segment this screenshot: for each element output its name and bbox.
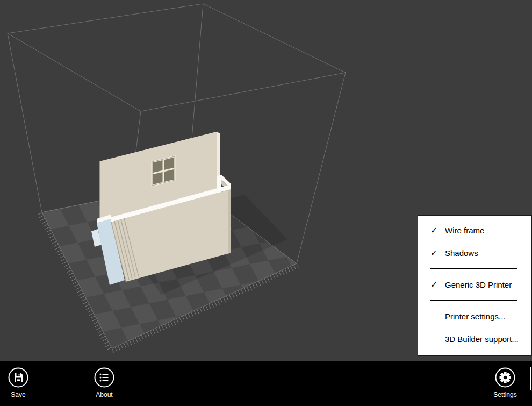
about-list-icon — [94, 367, 115, 388]
app-window: ✓ Wire frame ✓ Shadows ✓ Generic 3D Prin… — [0, 0, 532, 406]
menu-item-shadows[interactable]: ✓ Shadows — [418, 241, 531, 264]
menu-divider — [430, 268, 517, 269]
save-button-label: Save — [11, 391, 25, 398]
save-button[interactable]: Save — [1, 367, 35, 398]
menu-item-label: Generic 3D Printer — [445, 280, 512, 289]
menu-item-wire-frame[interactable]: ✓ Wire frame — [418, 219, 531, 241]
about-button[interactable]: About — [87, 367, 121, 398]
menu-item-label: 3D Builder support... — [445, 334, 519, 344]
model-window — [152, 156, 175, 186]
checkmark-icon: ✓ — [430, 225, 445, 236]
about-button-label: About — [96, 391, 112, 398]
appbar-divider — [530, 367, 531, 390]
menu-item-label: Shadows — [445, 248, 478, 258]
save-icon — [8, 367, 29, 388]
checkmark-icon: ✓ — [430, 248, 445, 258]
settings-button-label: Settings — [493, 391, 516, 398]
gear-icon — [494, 367, 516, 388]
settings-flyout: ✓ Wire frame ✓ Shadows ✓ Generic 3D Prin… — [418, 215, 532, 356]
menu-item-label: Printer settings... — [445, 312, 506, 321]
settings-button[interactable]: Settings — [488, 367, 522, 398]
menu-item-generic-3d-printer[interactable]: ✓ Generic 3D Printer — [418, 273, 531, 296]
menu-item-printer-settings[interactable]: Printer settings... — [418, 305, 531, 327]
appbar-divider — [61, 367, 61, 390]
menu-item-label: Wire frame — [445, 226, 484, 235]
app-bar: Save About — [0, 361, 532, 406]
menu-item-3d-builder-support[interactable]: 3D Builder support... — [418, 327, 531, 350]
menu-divider — [430, 300, 517, 301]
checkmark-icon: ✓ — [430, 280, 445, 290]
